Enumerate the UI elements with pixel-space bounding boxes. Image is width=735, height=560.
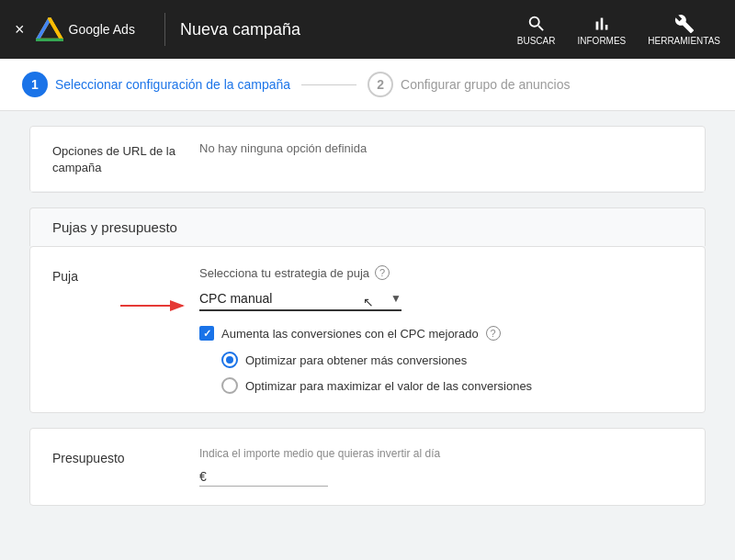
tools-icon [674,14,695,34]
informes-label: INFORMES [578,36,627,46]
herramientas-label: HERRAMIENTAS [648,36,720,46]
radio-valor-label: Optimizar para maximizar el valor de las… [245,379,532,393]
dropdown-value: CPC manual [199,291,390,306]
step-2-label: Configurar grupo de anuncios [401,77,570,92]
presupuesto-hint: Indica el importe medio que quieras inve… [199,447,683,460]
url-options-label: Opciones de URL de la campaña [52,141,199,176]
puja-label: Puja [52,265,199,284]
herramientas-nav-button[interactable]: HERRAMIENTAS [648,14,720,46]
step-1-label: Seleccionar configuración de la campaña [55,77,290,92]
logo-text: Google Ads [69,22,135,37]
step-1-circle: 1 [22,72,48,97]
main-content: Opciones de URL de la campaña No hay nin… [0,111,735,560]
google-ads-triangle-icon [36,17,63,41]
step-2-circle: 2 [368,72,393,97]
dropdown-chevron-icon: ▼ [390,292,401,305]
presupuesto-row: Presupuesto Indica el importe medio que … [30,429,705,505]
svg-line-2 [37,18,49,39]
puja-card: Puja Selecciona tu estrategia de puja ? [29,246,706,413]
radio-row-valor: Optimizar para maximizar el valor de las… [221,377,683,394]
presupuesto-input-field[interactable]: € [199,467,328,487]
currency-symbol: € [199,469,207,484]
search-icon [526,14,547,34]
radio-group: Optimizar para obtener más conversiones … [221,352,683,394]
puja-strategy-label: Selecciona tu estrategia de puja ? [199,265,683,280]
cursor-icon: ↖ [363,295,374,309]
cpc-mejorado-help-icon[interactable]: ? [486,326,501,341]
url-options-value: No hay ninguna opción definida [199,141,367,155]
header-icons: BUSCAR INFORMES HERRAMIENTAS [517,14,720,46]
steps-bar: 1 Seleccionar configuración de la campañ… [0,59,735,111]
step-1: 1 Seleccionar configuración de la campañ… [22,72,290,97]
radio-conversiones[interactable] [221,352,238,368]
informes-nav-button[interactable]: INFORMES [578,14,627,46]
presupuesto-controls: Indica el importe medio que quieras inve… [199,447,683,487]
step-connector [301,84,356,85]
google-ads-logo: Google Ads [36,17,135,41]
strategy-help-icon[interactable]: ? [375,265,390,280]
svg-line-3 [50,18,62,39]
cpc-mejorado-label: Aumenta las conversiones con el CPC mejo… [221,327,479,341]
radio-conversiones-label: Optimizar para obtener más conversiones [245,353,467,367]
radio-valor[interactable] [221,377,238,394]
red-arrow-icon [117,297,190,315]
presupuesto-card: Presupuesto Indica el importe medio que … [29,428,706,506]
puja-row: Puja Selecciona tu estrategia de puja ? [30,247,705,412]
cpc-mejorado-checkbox[interactable] [199,326,214,341]
bar-chart-icon [592,14,612,34]
close-button[interactable]: × [15,20,25,39]
radio-row-conversiones: Optimizar para obtener más conversiones [221,352,683,368]
arrow-container: CPC manual ↖ ▼ [199,287,683,311]
presupuesto-label: Presupuesto [52,447,199,465]
search-nav-button[interactable]: BUSCAR [517,14,556,46]
url-options-row: Opciones de URL de la campaña No hay nin… [30,127,705,192]
pujas-presupuesto-title: Pujas y presupuesto [29,207,706,246]
puja-strategy-dropdown[interactable]: CPC manual ↖ ▼ [199,287,401,311]
url-options-card: Opciones de URL de la campaña No hay nin… [29,126,706,193]
header: × Google Ads Nueva campaña BUSCAR INFORM… [0,0,735,59]
header-divider [164,13,165,46]
puja-controls: Selecciona tu estrategia de puja ? [199,265,683,394]
step-2: 2 Configurar grupo de anuncios [368,72,570,97]
search-label: BUSCAR [517,36,556,46]
page-title: Nueva campaña [180,20,517,39]
cpc-mejorado-checkbox-row: Aumenta las conversiones con el CPC mejo… [199,326,683,341]
